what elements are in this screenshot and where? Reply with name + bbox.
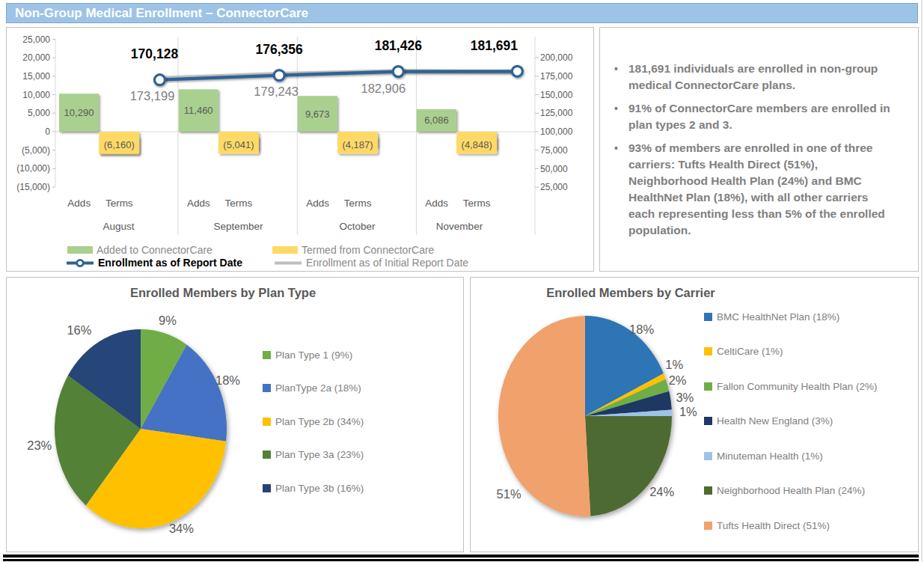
pie-group	[498, 316, 672, 516]
enrollment-marker	[274, 70, 284, 81]
legend-line-swatch	[66, 258, 94, 268]
legend-label: Fallon Community Health Plan (2%)	[717, 381, 878, 392]
carrier-legend: BMC HealthNet Plan (18%)CeltiCare (1%)Fa…	[704, 311, 878, 531]
page-title-text: Non-Group Medical Enrollment – Connector…	[15, 6, 308, 20]
legend-label: Minuteman Health (1%)	[717, 450, 823, 462]
legend-label: Enrollment as of Initial Report Date	[306, 257, 468, 269]
adds-category-label: Adds	[67, 198, 91, 209]
terms-bar-label: (5,041)	[223, 139, 254, 150]
legend-item: Minuteman Health (1%)	[704, 450, 878, 462]
terms-category-label: Terms	[105, 198, 133, 209]
carrier-panel: Enrolled Members by Carrier 18%1%2%3%1%2…	[470, 277, 919, 552]
pie-value-label: 1%	[665, 358, 683, 371]
termed-swatch	[272, 246, 298, 254]
terms-bar-label: (6,160)	[104, 139, 135, 150]
pie-value-label: 2%	[669, 373, 687, 387]
enrollment-label: 176,356	[256, 42, 304, 57]
left-axis-label: (15,000)	[16, 182, 50, 192]
enrollment-marker	[393, 67, 403, 77]
legend-item-termed: Termed from ConnectorCare	[272, 244, 434, 256]
legend-item-initial-enrollment: Enrollment as of Initial Report Date	[274, 257, 468, 269]
left-axis-label: 0	[45, 126, 50, 137]
legend-item: Health New England (3%)	[704, 415, 878, 427]
pie-value-label: 51%	[497, 487, 521, 501]
legend-item: Fallon Community Health Plan (2%)	[704, 380, 878, 392]
right-axis-label: 100,000	[540, 126, 573, 137]
plan-type-panel: Enrolled Members by Plan Type 9%18%34%23…	[6, 277, 464, 552]
legend-label: Termed from ConnectorCare	[302, 244, 434, 256]
plan-type-legend: Plan Type 1 (9%)PlanType 2a (18%)Plan Ty…	[263, 349, 364, 494]
pie-value-label: 23%	[27, 439, 52, 452]
legend-label: Plan Type 1 (9%)	[275, 349, 352, 361]
legend-label: Plan Type 3b (16%)	[275, 483, 364, 494]
legend-label: Plan Type 2b (34%)	[275, 416, 364, 427]
legend-label: Neighborhood Health Plan (24%)	[717, 485, 865, 496]
left-axis-label: 15,000	[22, 71, 50, 82]
adds-category-label: Adds	[187, 198, 210, 209]
initial-line-swatch	[274, 258, 302, 268]
right-axis-label: 50,000	[540, 164, 568, 174]
adds-category-label: Adds	[306, 198, 329, 209]
bullet-text: 93% of members are enrolled in one of th…	[628, 140, 895, 239]
bullet-item: •93% of members are enrolled in one of t…	[614, 140, 895, 239]
month-label: September	[213, 221, 263, 232]
legend-label: Added to ConnectorCare	[97, 244, 212, 256]
terms-category-label: Terms	[463, 198, 491, 209]
bullet-icon: •	[614, 61, 628, 94]
pie-value-label: 1%	[679, 405, 697, 418]
legend-label: Enrollment as of Report Date	[98, 257, 242, 269]
legend-label: Plan Type 3a (23%)	[275, 449, 364, 460]
initial-enrollment-label: 173,199	[130, 89, 175, 103]
legend-item: Neighborhood Health Plan (24%)	[704, 485, 878, 497]
initial-enrollment-label: 179,243	[254, 85, 299, 98]
enrollment-marker	[512, 66, 522, 76]
legend-swatch	[704, 382, 712, 391]
right-axis-label: 200,000	[540, 52, 573, 63]
legend-item: Tufts Health Direct (51%)	[704, 519, 878, 531]
left-axis-label: (5,000)	[22, 145, 50, 156]
legend-swatch	[263, 418, 271, 426]
legend-label: PlanType 2a (18%)	[275, 382, 361, 394]
month-label: October	[339, 221, 376, 232]
pie-value-label: 9%	[159, 314, 177, 327]
bullet-text: 91% of ConnectorCare members are enrolle…	[628, 100, 895, 133]
page-title: Non-Group Medical Enrollment – Connector…	[6, 3, 918, 23]
legend-item: Plan Type 1 (9%)	[263, 349, 364, 361]
bullet-icon: •	[614, 100, 628, 133]
legend-swatch	[263, 450, 271, 459]
legend-item: Plan Type 2b (34%)	[263, 415, 364, 427]
legend-item: BMC HealthNet Plan (18%)	[704, 311, 878, 323]
legend-swatch	[704, 522, 712, 530]
pie-value-label: 16%	[67, 323, 91, 337]
pie-value-label: 18%	[215, 373, 240, 387]
left-axis-label: 20,000	[22, 52, 50, 63]
legend-item: CeltiCare (1%)	[704, 346, 878, 358]
pie-group	[55, 329, 227, 528]
bullet-text: 181,691 individuals are enrolled in non-…	[628, 61, 895, 94]
right-axis-label: 175,000	[540, 71, 573, 82]
legend-swatch	[704, 347, 712, 355]
month-label: November	[436, 221, 483, 232]
enrollment-label: 181,426	[375, 38, 423, 53]
enrollment-marker	[155, 75, 165, 85]
pie-value-label: 34%	[169, 522, 194, 535]
legend-item: Plan Type 3a (23%)	[263, 449, 364, 461]
bullet-icon: •	[614, 140, 628, 239]
left-axis-label: 10,000	[22, 90, 50, 100]
terms-bar-label: (4,187)	[342, 139, 373, 150]
adds-bar-label: 10,290	[64, 107, 94, 118]
right-axis-label: 75,000	[540, 145, 568, 156]
legend-item: Plan Type 3b (16%)	[263, 482, 364, 494]
plan-type-pie-chart: 9%18%34%23%16%	[7, 278, 463, 552]
legend-label: BMC HealthNet Plan (18%)	[717, 311, 839, 323]
adds-bar-label: 6,086	[424, 114, 449, 126]
pie-value-label: 24%	[649, 485, 674, 498]
page-right-edge	[921, 0, 923, 562]
terms-category-label: Terms	[344, 198, 372, 209]
legend-swatch	[704, 452, 712, 460]
legend-label: CeltiCare (1%)	[717, 346, 783, 357]
legend-swatch	[704, 313, 712, 321]
legend-label: Health New England (3%)	[717, 415, 833, 427]
adds-bar-label: 11,460	[184, 105, 213, 116]
adds-bar-label: 9,673	[305, 109, 330, 120]
